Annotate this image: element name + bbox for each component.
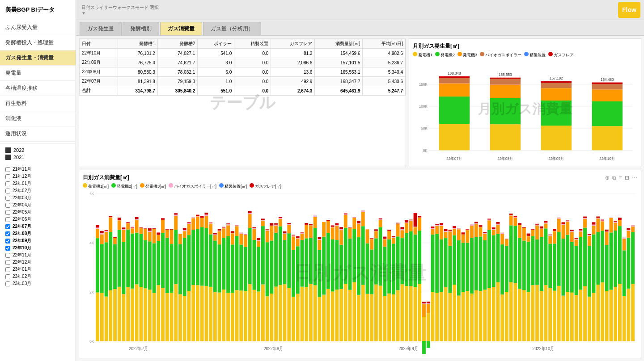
svg-rect-469	[466, 230, 469, 230]
svg-rect-160	[196, 216, 199, 229]
svg-rect-122	[161, 218, 165, 219]
svg-rect-342	[357, 295, 360, 341]
month-checkbox[interactable]	[5, 239, 10, 243]
svg-rect-146	[183, 230, 186, 231]
svg-rect-199	[231, 244, 234, 293]
svg-rect-285	[305, 225, 308, 238]
table-cell: 0.0	[234, 67, 271, 77]
month-checkbox[interactable]	[5, 281, 10, 286]
svg-rect-387	[396, 236, 400, 290]
svg-rect-606	[588, 246, 591, 297]
more-icon[interactable]: ⋯	[632, 175, 637, 181]
svg-rect-293	[314, 285, 317, 341]
svg-rect-8	[439, 124, 470, 150]
table-cell: 76,101.2	[118, 49, 157, 58]
expand-icon[interactable]: ⊡	[625, 175, 629, 181]
focus-icon[interactable]: ⊕	[605, 175, 610, 181]
table-row: 22年08月80,580.378,032.16.00.013.6165,553.…	[80, 67, 406, 77]
month-checkbox[interactable]	[5, 196, 10, 201]
sidebar-item-0[interactable]: ふん尿受入量	[0, 20, 76, 35]
sidebar-item-5[interactable]: 再生敷料	[0, 96, 76, 111]
table-cell: 74,621.7	[157, 58, 197, 67]
tab-3[interactable]: ガス量（分析用）	[203, 22, 261, 35]
sidebar-item-2[interactable]: ガス発生量・消費量	[0, 50, 76, 66]
month-checkbox[interactable]	[5, 203, 10, 208]
month-checkbox[interactable]	[5, 174, 10, 179]
tab-0[interactable]: ガス発生量	[80, 22, 122, 35]
svg-rect-383	[392, 238, 395, 243]
svg-rect-378	[387, 239, 391, 294]
year-legend-2022[interactable]: 2022	[5, 147, 70, 153]
month-checkbox[interactable]	[5, 181, 10, 186]
filter-icon[interactable]: ≡	[619, 175, 622, 181]
svg-rect-139	[178, 244, 182, 294]
svg-rect-604	[583, 217, 587, 218]
table-panel: テーブル 日付発酵槽1発酵槽2ボイラー精製装置ガスフレア消費量計[㎥]平均[㎥/…	[79, 38, 406, 167]
month-checkbox[interactable]	[5, 167, 10, 172]
copy-icon[interactable]: ⧉	[612, 175, 616, 181]
svg-rect-616	[596, 232, 600, 285]
svg-rect-336	[348, 227, 352, 227]
sidebar-item-6[interactable]: 消化液	[0, 111, 76, 126]
daily-chart-icons: ⊕ ⧉ ≡ ⊡ ⋯	[605, 175, 637, 181]
svg-rect-109	[153, 243, 156, 293]
month-checkbox[interactable]	[5, 217, 10, 222]
svg-rect-658	[631, 226, 635, 227]
tab-2[interactable]: ガス消費量	[160, 22, 202, 35]
svg-rect-338	[352, 229, 356, 282]
svg-rect-188	[222, 290, 225, 341]
month-checkbox[interactable]	[5, 267, 10, 272]
svg-rect-631	[610, 232, 613, 290]
svg-rect-239	[266, 242, 269, 296]
svg-rect-344	[357, 224, 360, 238]
month-item-22年12月: 22年12月	[5, 259, 70, 265]
month-checkbox[interactable]	[5, 246, 10, 251]
svg-rect-485	[479, 225, 483, 227]
svg-rect-196	[226, 224, 230, 225]
legend-item: 発電機2	[435, 52, 455, 58]
svg-rect-256	[279, 218, 282, 219]
svg-rect-613	[592, 225, 596, 226]
table-cell: 5,236.7	[363, 58, 406, 67]
svg-rect-639	[614, 221, 617, 222]
svg-rect-190	[222, 228, 225, 238]
svg-rect-120	[161, 220, 165, 233]
svg-rect-16	[490, 98, 521, 124]
sidebar-item-1[interactable]: 発酵槽投入・処理量	[0, 35, 76, 50]
month-checkbox[interactable]	[5, 189, 10, 193]
svg-rect-171	[204, 214, 208, 216]
svg-rect-597	[579, 231, 582, 237]
sidebar-item-3[interactable]: 発電量	[0, 66, 76, 81]
svg-rect-316	[331, 225, 335, 227]
sidebar-item-4[interactable]: 各槽温度推移	[0, 81, 76, 96]
month-checkbox[interactable]	[5, 231, 10, 236]
table-cell: 154,459.6	[315, 49, 363, 58]
tab-1[interactable]: 発酵槽別	[123, 22, 159, 35]
month-checkbox[interactable]	[5, 274, 10, 279]
year-legend-2021[interactable]: 2021	[5, 155, 70, 160]
month-checkbox[interactable]	[5, 224, 10, 229]
svg-rect-67	[113, 237, 117, 238]
month-checkbox[interactable]	[5, 260, 10, 265]
svg-rect-377	[387, 294, 391, 341]
svg-rect-625	[605, 291, 609, 341]
svg-rect-595	[579, 290, 582, 341]
svg-rect-18	[490, 79, 521, 85]
svg-rect-413	[418, 218, 421, 231]
svg-rect-125	[165, 230, 169, 237]
month-checkbox[interactable]	[5, 253, 10, 258]
svg-rect-601	[583, 227, 587, 286]
month-checkbox[interactable]	[5, 210, 10, 215]
svg-rect-567	[553, 231, 556, 244]
svg-rect-479	[475, 223, 478, 224]
svg-rect-580	[566, 292, 569, 341]
svg-rect-248	[274, 287, 278, 341]
svg-rect-569	[553, 229, 556, 231]
date-slicer[interactable]: 日付スライサーウォークスモード 選択 ▼	[76, 3, 164, 17]
svg-rect-224	[253, 240, 256, 290]
svg-rect-370	[379, 219, 382, 220]
svg-rect-499	[492, 229, 496, 230]
sidebar-item-7[interactable]: 運用状況	[0, 126, 76, 142]
svg-rect-263	[287, 288, 291, 341]
monthly-bar-chart: 0K50K100K150K168,34822年07月165,55322年08月1…	[413, 61, 637, 163]
